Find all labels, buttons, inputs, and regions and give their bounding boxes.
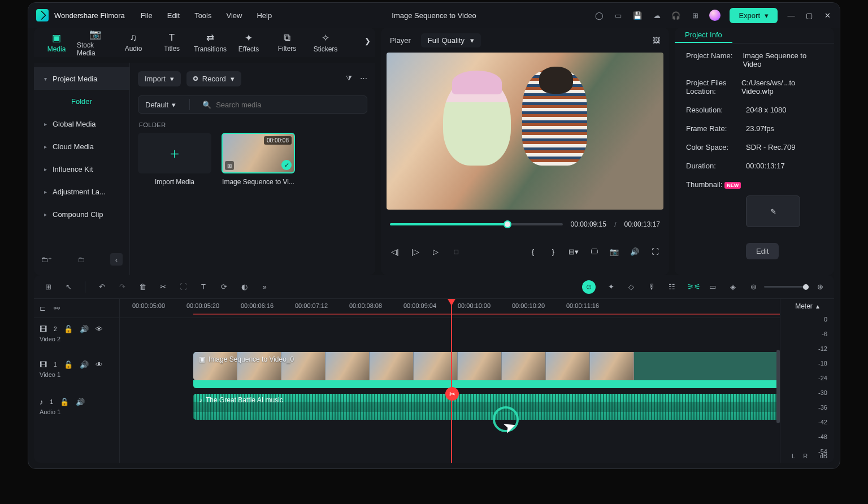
- magnet-icon[interactable]: ⊏: [40, 304, 46, 312]
- minimize-button[interactable]: —: [787, 11, 796, 20]
- speed-button[interactable]: ⟳: [219, 283, 229, 291]
- tabs-more-icon[interactable]: ❯: [364, 37, 371, 45]
- sidebar-adjustment-layer[interactable]: ▸Adjustment La...: [34, 180, 129, 203]
- more-icon[interactable]: ⋯: [360, 74, 367, 83]
- menu-file[interactable]: File: [141, 11, 153, 20]
- sidebar-cloud-media[interactable]: ▸Cloud Media: [34, 135, 129, 158]
- voiceover-icon[interactable]: 🎙: [646, 283, 657, 291]
- mute-icon[interactable]: 🔊: [80, 325, 89, 333]
- enhance-icon[interactable]: ✦: [606, 283, 616, 291]
- tab-audio[interactable]: ♫Audio: [115, 28, 151, 57]
- ratio-icon[interactable]: ⊟▾: [568, 247, 579, 256]
- tab-transitions[interactable]: ⇄Transitions: [192, 28, 228, 57]
- delete-button[interactable]: 🗑: [137, 283, 147, 291]
- quality-select[interactable]: Full Quality▾: [421, 33, 481, 47]
- menu-tools[interactable]: Tools: [194, 11, 211, 20]
- video-clip[interactable]: ▣Image Sequence to Video_0: [193, 352, 823, 380]
- eye-icon[interactable]: 👁: [96, 360, 103, 369]
- menu-edit[interactable]: Edit: [167, 11, 180, 20]
- play-button[interactable]: ▷: [431, 247, 441, 256]
- mixer-icon[interactable]: ☷: [667, 283, 677, 291]
- grid-icon[interactable]: ⊞: [43, 283, 53, 291]
- video-preview[interactable]: [387, 53, 663, 210]
- tab-titles[interactable]: TTitles: [154, 28, 190, 57]
- tab-project-info[interactable]: Project Info: [675, 28, 732, 43]
- import-card[interactable]: ＋ Import Media: [138, 133, 211, 186]
- render-icon[interactable]: ▭: [708, 283, 718, 291]
- thumbnail-preview[interactable]: ✎: [746, 195, 800, 227]
- keyframe-icon[interactable]: ◈: [728, 283, 738, 291]
- menu-view[interactable]: View: [226, 11, 242, 20]
- mark-out-button[interactable]: }: [548, 247, 558, 256]
- cloud-icon[interactable]: ☁: [652, 10, 662, 20]
- progress-knob[interactable]: [504, 220, 511, 228]
- auto-beat-icon[interactable]: ⚞⚟: [687, 283, 697, 291]
- eye-icon[interactable]: 👁: [96, 325, 103, 333]
- tab-stock-media[interactable]: 📷Stock Media: [77, 28, 113, 57]
- new-folder-icon[interactable]: 🗀⁺: [41, 255, 52, 264]
- sidebar-folder[interactable]: Folder: [34, 90, 129, 112]
- mute-icon[interactable]: 🔊: [76, 398, 85, 406]
- sidebar-influence-kit[interactable]: ▸Influence Kit: [34, 158, 129, 180]
- zoom-slider[interactable]: [764, 286, 809, 288]
- close-button[interactable]: ✕: [823, 11, 832, 20]
- sidebar-global-media[interactable]: ▸Global Media: [34, 112, 129, 135]
- media-clip-card[interactable]: 00:00:08 ⊞ ✓ Image Sequence to Vi...: [222, 133, 295, 186]
- search-input[interactable]: [216, 101, 361, 109]
- stop-button[interactable]: □: [451, 247, 461, 256]
- edit-button[interactable]: Edit: [746, 243, 779, 259]
- marker-icon[interactable]: ◇: [626, 283, 636, 291]
- display-icon[interactable]: 🖵: [589, 247, 599, 256]
- folder-icon[interactable]: 🗀: [77, 255, 85, 264]
- ai-button[interactable]: ☺: [582, 280, 596, 294]
- time-ruler[interactable]: 00:00:05:00 00:00:05:20 00:00:06:16 00:0…: [120, 299, 834, 318]
- snapshot-button[interactable]: 📷: [609, 247, 619, 256]
- link-icon[interactable]: ⚯: [54, 304, 60, 312]
- color-button[interactable]: ◐: [239, 283, 249, 291]
- lock-icon[interactable]: 🔓: [64, 325, 73, 333]
- meter-header[interactable]: Meter▴: [780, 299, 834, 314]
- record-dropdown[interactable]: Record▾: [186, 71, 241, 86]
- monitor-icon[interactable]: ▭: [613, 10, 623, 20]
- mark-in-button[interactable]: {: [528, 247, 538, 256]
- undo-button[interactable]: ↶: [97, 283, 107, 291]
- import-dropdown[interactable]: Import▾: [138, 71, 181, 86]
- split-button[interactable]: ✂: [158, 283, 168, 291]
- tab-effects[interactable]: ✦Effects: [231, 28, 267, 57]
- lock-icon[interactable]: 🔓: [60, 398, 69, 406]
- save-icon[interactable]: 💾: [632, 10, 643, 20]
- sidebar-project-media[interactable]: ▾Project Media: [34, 67, 129, 90]
- record-status-icon[interactable]: ◯: [594, 10, 604, 20]
- crop-button[interactable]: ⛶: [178, 283, 188, 291]
- sort-select[interactable]: Default▾: [138, 101, 183, 109]
- menu-help[interactable]: Help: [257, 11, 272, 20]
- volume-button[interactable]: 🔊: [630, 247, 640, 256]
- filter-icon[interactable]: ⧩: [346, 74, 352, 83]
- more-tools-icon[interactable]: »: [259, 283, 270, 291]
- text-button[interactable]: T: [198, 283, 209, 291]
- collapse-sidebar-button[interactable]: ‹: [110, 253, 123, 266]
- lock-icon[interactable]: 🔓: [64, 360, 73, 369]
- zoom-knob[interactable]: [803, 284, 809, 290]
- fullscreen-button[interactable]: ⛶: [650, 247, 660, 256]
- tracks-area[interactable]: 00:00:05:00 00:00:05:20 00:00:06:16 00:0…: [120, 299, 834, 463]
- playhead[interactable]: [451, 299, 452, 463]
- track-header-video2[interactable]: 🎞2🔓🔊👁 Video 2: [34, 318, 119, 349]
- zoom-in-button[interactable]: ⊕: [815, 283, 825, 291]
- tab-stickers[interactable]: ✧Stickers: [307, 28, 344, 57]
- progress-track[interactable]: [390, 223, 563, 225]
- prev-frame-button[interactable]: ◁|: [390, 247, 400, 256]
- zoom-out-button[interactable]: ⊖: [748, 283, 758, 291]
- snapshot-mode-icon[interactable]: 🖼: [653, 36, 660, 45]
- export-button[interactable]: Export ▾: [730, 8, 778, 23]
- support-icon[interactable]: 🎧: [671, 10, 681, 20]
- track-header-audio1[interactable]: ♪1🔓🔊 Audio 1: [34, 389, 119, 423]
- user-avatar[interactable]: [709, 10, 721, 21]
- sidebar-compound-clip[interactable]: ▸Compound Clip: [34, 203, 129, 225]
- mute-icon[interactable]: 🔊: [80, 360, 89, 369]
- next-frame-button[interactable]: |▷: [410, 247, 420, 256]
- video-clip-audio-strip[interactable]: [193, 380, 823, 388]
- pointer-icon[interactable]: ↖: [63, 283, 73, 291]
- maximize-button[interactable]: ▢: [805, 11, 814, 20]
- tab-filters[interactable]: ⧉Filters: [269, 28, 305, 57]
